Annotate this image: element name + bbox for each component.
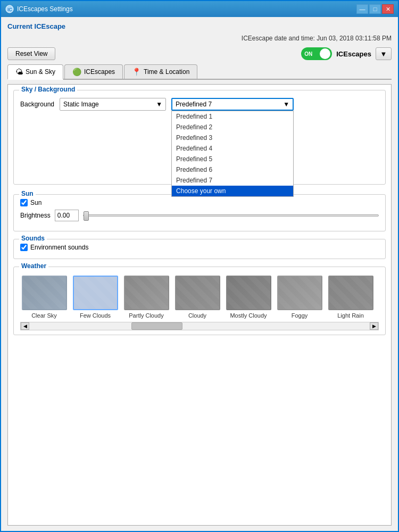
weather-thumb-clear-sky [22, 276, 67, 310]
background-select-value: Static Image [63, 101, 99, 108]
predefined-option-3[interactable]: Predefined 3 [172, 132, 293, 143]
weather-thumb-mostly-cloudy [226, 276, 271, 310]
weather-item-clear-sky[interactable]: Clear Sky [20, 276, 68, 319]
sounds-section-title: Sounds [19, 235, 47, 242]
weather-item-mostly-cloudy[interactable]: Mostly Cloudy [225, 276, 272, 319]
sun-checkbox-label[interactable]: Sun [20, 199, 41, 206]
sounds-section: Sounds Environment sounds [13, 239, 386, 259]
predefined-option-2[interactable]: Predefined 2 [172, 122, 293, 132]
weather-thumb-detail [23, 277, 66, 309]
predefined-option-custom[interactable]: Choose your own [172, 186, 293, 196]
reset-view-button[interactable]: Reset View [7, 47, 55, 60]
predefined-option-1[interactable]: Predefined 1 [172, 111, 293, 122]
main-window: IC ICEscapes Settings — □ ✕ Current ICEs… [0, 0, 399, 532]
weather-item-light-rain[interactable]: Light Rain [327, 276, 375, 319]
sky-bg-row: Background Static Image ▼ Predefined 7 ▼… [20, 98, 379, 111]
weather-label-few-clouds: Few Clouds [80, 312, 111, 319]
weather-thumb-detail-2 [74, 277, 117, 309]
weather-thumb-partly-cloudy [124, 276, 169, 310]
tab-sun-sky[interactable]: 🌤 Sun & Sky [7, 64, 63, 80]
weather-scrollbar: ◀ ▶ [20, 322, 379, 330]
sun-section: Sun Sun Brightness 0.00 [13, 194, 386, 231]
scroll-track[interactable] [29, 322, 370, 330]
scroll-left-btn[interactable]: ◀ [21, 322, 29, 330]
weather-label-light-rain: Light Rain [337, 312, 364, 319]
maximize-button[interactable]: □ [369, 4, 381, 14]
weather-thumb-detail-3 [125, 277, 168, 309]
sun-label: Sun [30, 199, 41, 206]
icescapes-tab-icon: 🟢 [72, 68, 81, 76]
predefined-option-5[interactable]: Predefined 5 [172, 154, 293, 164]
weather-thumb-light-rain [328, 276, 373, 310]
background-select[interactable]: Static Image ▼ [60, 98, 166, 111]
sky-background-section: Sky / Background Background Static Image… [13, 90, 386, 185]
predefined-select-value: Predefined 7 [176, 101, 212, 108]
datetime-text: ICEescape date and time: Jun 03, 2018 03… [242, 35, 392, 42]
current-iceescape-label: Current ICEscape [7, 22, 392, 30]
brightness-slider-track [83, 210, 379, 221]
title-bar: IC ICEscapes Settings — □ ✕ [1, 1, 398, 17]
window-body: Current ICEscape ICEescape date and time… [1, 17, 398, 531]
close-button[interactable]: ✕ [382, 4, 394, 14]
chevron-down-icon: ▼ [380, 50, 387, 58]
weather-grid: Clear Sky Few Clouds Partly Cloudy [20, 276, 379, 321]
scroll-right-btn[interactable]: ▶ [370, 322, 378, 330]
weather-item-few-clouds[interactable]: Few Clouds [71, 276, 119, 319]
background-select-arrow: ▼ [156, 101, 162, 108]
background-label: Background [20, 101, 54, 108]
sun-checkbox[interactable] [20, 199, 28, 206]
env-sounds-row: Environment sounds [20, 244, 379, 251]
brightness-row: Brightness 0.00 [20, 210, 379, 221]
sky-background-title: Sky / Background [19, 86, 77, 93]
datetime-display: ICEescape date and time: Jun 03, 2018 03… [7, 35, 392, 42]
weather-label-cloudy: Cloudy [188, 312, 206, 319]
tab-icescapes[interactable]: 🟢 ICEscapes [64, 64, 123, 79]
weather-thumb-detail-6 [278, 277, 321, 309]
tab-time-location[interactable]: 📍 Time & Location [124, 64, 197, 79]
env-sounds-label[interactable]: Environment sounds [20, 244, 88, 251]
weather-label-mostly-cloudy: Mostly Cloudy [230, 312, 267, 319]
predefined-select-arrow: ▼ [283, 101, 289, 108]
tab-icescapes-label: ICEscapes [84, 68, 115, 76]
weather-label-partly-cloudy: Partly Cloudy [129, 312, 163, 319]
weather-section: Weather Clear Sky Few Clouds [13, 267, 386, 335]
brightness-label: Brightness [20, 212, 51, 219]
minimize-button[interactable]: — [356, 4, 368, 14]
time-location-tab-icon: 📍 [132, 68, 141, 76]
toggle-knob [320, 48, 330, 59]
weather-thumb-detail-4 [176, 277, 219, 309]
tab-sun-sky-label: Sun & Sky [26, 68, 55, 76]
weather-item-foggy[interactable]: Foggy [276, 276, 323, 319]
predefined-select[interactable]: Predefined 7 ▼ [171, 98, 294, 111]
weather-thumb-few-clouds [73, 276, 118, 310]
svg-text:IC: IC [7, 7, 13, 12]
weather-thumb-cloudy [175, 276, 220, 310]
predefined-option-4[interactable]: Predefined 4 [172, 143, 293, 154]
predefined-option-6[interactable]: Predefined 6 [172, 164, 293, 175]
weather-label-clear-sky: Clear Sky [31, 312, 57, 319]
sun-spacer [20, 221, 379, 227]
predefined-dropdown-menu: Predefined 1 Predefined 2 Predefined 3 P… [171, 111, 294, 197]
predefined-option-7[interactable]: Predefined 7 [172, 175, 293, 186]
weather-item-cloudy[interactable]: Cloudy [173, 276, 221, 319]
main-panel: Sky / Background Background Static Image… [7, 84, 392, 526]
weather-thumb-detail-7 [329, 277, 372, 309]
weather-section-title: Weather [19, 262, 48, 270]
top-controls: Reset View ON ICEscapes ▼ [7, 47, 392, 60]
sun-sky-tab-icon: 🌤 [15, 68, 23, 76]
window-title: ICEscapes Settings [17, 5, 73, 13]
brightness-slider-bg[interactable] [83, 214, 379, 217]
brightness-input[interactable]: 0.00 [55, 210, 79, 221]
window-controls: — □ ✕ [356, 4, 394, 14]
icescapes-dropdown-btn[interactable]: ▼ [376, 47, 392, 60]
scroll-thumb[interactable] [131, 322, 182, 330]
icescapes-toggle[interactable]: ON [301, 47, 332, 60]
weather-thumb-detail-5 [227, 277, 270, 309]
brightness-slider-thumb[interactable] [84, 211, 89, 221]
weather-item-partly-cloudy[interactable]: Partly Cloudy [122, 276, 170, 319]
weather-thumb-foggy [277, 276, 322, 310]
env-sounds-checkbox[interactable] [20, 244, 28, 251]
tab-time-location-label: Time & Location [144, 68, 189, 76]
toggle-label: ICEscapes [336, 50, 371, 58]
toggle-on-label: ON [304, 51, 312, 57]
